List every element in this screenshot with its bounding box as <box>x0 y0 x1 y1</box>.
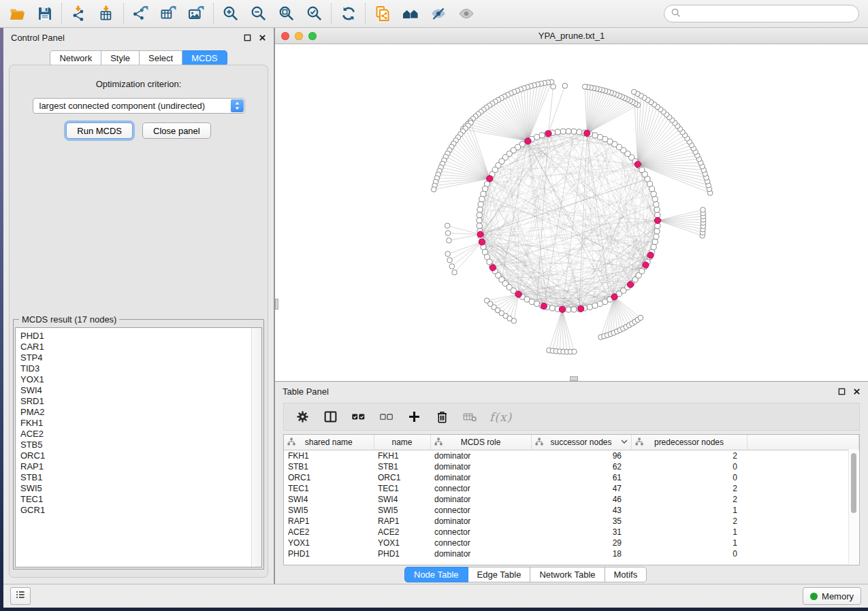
zoom-in-button[interactable] <box>216 3 244 24</box>
table-tab-node-table[interactable]: Node Table <box>404 567 468 582</box>
column-header-predecessor-nodes[interactable]: predecessor nodes <box>631 435 747 450</box>
table-row[interactable]: SWI5SWI5connector431 <box>284 505 859 516</box>
show-all-button[interactable] <box>452 3 480 24</box>
cell-mcds-role[interactable]: dominator <box>430 548 531 559</box>
cell-predecessor-nodes[interactable]: 1 <box>631 538 747 548</box>
cell-predecessor-nodes[interactable]: 1 <box>631 527 747 538</box>
mcds-result-item[interactable]: STP4 <box>16 352 251 363</box>
table-tab-network-table[interactable]: Network Table <box>530 567 605 582</box>
table-row[interactable]: ORC1ORC1dominator610 <box>284 472 859 483</box>
cell-successor-nodes[interactable]: 31 <box>531 527 631 538</box>
cell-name[interactable]: YOX1 <box>374 538 430 548</box>
open-session-button[interactable] <box>3 3 31 24</box>
first-neighbors-button[interactable] <box>396 3 424 24</box>
float-table-panel-icon[interactable] <box>838 388 846 395</box>
table-row[interactable]: ACE2ACE2connector311 <box>284 527 859 538</box>
delete-table-icon[interactable] <box>462 409 478 425</box>
memory-button[interactable]: Memory <box>803 587 861 605</box>
cell-predecessor-nodes[interactable]: 2 <box>631 450 747 462</box>
import-network-button[interactable] <box>65 3 93 24</box>
mcds-result-item[interactable]: GCR1 <box>16 505 251 516</box>
cell-shared-name[interactable]: RAP1 <box>284 516 374 527</box>
cell-mcds-role[interactable]: dominator <box>430 450 531 462</box>
cell-mcds-role[interactable]: connector <box>430 527 531 538</box>
zoom-fit-button[interactable] <box>272 3 300 24</box>
zoom-out-button[interactable] <box>244 3 272 24</box>
table-row[interactable]: RAP1RAP1dominator352 <box>284 516 859 527</box>
mcds-result-item[interactable]: FKH1 <box>16 418 251 429</box>
table-row[interactable]: FKH1FKH1dominator962 <box>284 450 859 462</box>
cell-mcds-role[interactable]: connector <box>430 538 531 548</box>
table-row[interactable]: YOX1YOX1connector291 <box>284 538 859 548</box>
table-row[interactable]: SWI4SWI4dominator462 <box>284 494 859 505</box>
column-header-successor-nodes[interactable]: successor nodes <box>531 435 631 450</box>
cell-successor-nodes[interactable]: 29 <box>531 538 631 548</box>
cell-successor-nodes[interactable]: 35 <box>531 516 631 527</box>
cell-name[interactable]: SWI5 <box>374 505 430 516</box>
table-row[interactable]: PHD1PHD1dominator180 <box>284 548 859 559</box>
cell-mcds-role[interactable]: dominator <box>430 494 531 505</box>
network-window-titlebar[interactable]: YPA_prune.txt_1 <box>275 28 868 44</box>
cell-predecessor-nodes[interactable]: 0 <box>631 461 747 472</box>
vertical-splitter-handle[interactable] <box>275 299 278 310</box>
mcds-result-item[interactable]: SWI4 <box>16 385 251 396</box>
table-scrollbar[interactable] <box>848 449 858 564</box>
horizontal-splitter-handle[interactable] <box>570 376 578 381</box>
close-panel-button[interactable]: Close panel <box>142 122 211 139</box>
close-panel-icon[interactable] <box>259 34 266 42</box>
tab-select[interactable]: Select <box>140 50 182 66</box>
cell-predecessor-nodes[interactable]: 0 <box>631 548 747 559</box>
minimize-window-icon[interactable] <box>295 32 303 40</box>
cell-name[interactable]: ACE2 <box>374 527 430 538</box>
export-network-button[interactable] <box>127 3 155 24</box>
cell-name[interactable]: ORC1 <box>374 472 430 483</box>
search-box[interactable] <box>664 5 859 22</box>
apply-layout-button[interactable] <box>334 3 362 24</box>
cell-name[interactable]: RAP1 <box>374 516 430 527</box>
cell-successor-nodes[interactable]: 46 <box>531 494 631 505</box>
cell-mcds-role[interactable]: connector <box>430 505 531 516</box>
column-header-mcds-role[interactable]: MCDS role <box>430 435 531 450</box>
cell-successor-nodes[interactable]: 61 <box>531 472 631 483</box>
float-panel-icon[interactable] <box>244 34 251 42</box>
add-row-icon[interactable] <box>406 409 422 425</box>
mcds-result-item[interactable]: STB1 <box>16 472 251 483</box>
close-window-icon[interactable] <box>281 32 289 40</box>
cell-successor-nodes[interactable]: 62 <box>531 461 631 472</box>
mcds-result-item[interactable]: ACE2 <box>16 429 251 440</box>
cell-mcds-role[interactable]: dominator <box>430 516 531 527</box>
cell-predecessor-nodes[interactable]: 2 <box>631 516 747 527</box>
run-mcds-button[interactable]: Run MCDS <box>66 122 133 139</box>
mcds-result-item[interactable]: YOX1 <box>16 374 251 385</box>
cell-shared-name[interactable]: PHD1 <box>284 548 374 559</box>
cell-name[interactable]: SWI4 <box>374 494 430 505</box>
mcds-result-item[interactable]: SRD1 <box>16 396 251 407</box>
cell-predecessor-nodes[interactable]: 1 <box>631 505 747 516</box>
table-row[interactable]: TEC1TEC1connector472 <box>284 483 859 494</box>
cell-shared-name[interactable]: STB1 <box>284 461 374 472</box>
tab-style[interactable]: Style <box>101 50 140 66</box>
table-row[interactable]: STB1STB1dominator620 <box>284 461 859 472</box>
mcds-result-item[interactable]: TID3 <box>16 363 251 374</box>
zoom-selected-button[interactable] <box>300 3 328 24</box>
mcds-result-item[interactable]: PMA2 <box>16 407 251 418</box>
optimization-criterion-select[interactable]: largest connected component (undirected) <box>33 98 245 114</box>
cell-successor-nodes[interactable]: 96 <box>531 450 631 462</box>
import-table-button[interactable] <box>93 3 120 24</box>
cell-predecessor-nodes[interactable]: 2 <box>631 494 747 505</box>
tab-network[interactable]: Network <box>50 50 101 66</box>
cell-successor-nodes[interactable]: 47 <box>531 483 631 494</box>
cell-shared-name[interactable]: ORC1 <box>284 472 374 483</box>
network-canvas[interactable] <box>275 44 868 381</box>
export-image-button[interactable] <box>182 3 210 24</box>
cell-predecessor-nodes[interactable]: 2 <box>631 483 747 494</box>
cell-mcds-role[interactable]: connector <box>430 483 531 494</box>
save-session-button[interactable] <box>31 3 59 24</box>
mcds-result-item[interactable]: PHD1 <box>16 331 251 342</box>
duplicate-network-button[interactable] <box>368 3 396 24</box>
cell-predecessor-nodes[interactable]: 0 <box>631 472 747 483</box>
cell-mcds-role[interactable]: dominator <box>430 472 531 483</box>
columns-icon[interactable] <box>322 409 338 425</box>
hide-selected-button[interactable] <box>424 3 452 24</box>
export-table-button[interactable] <box>155 3 182 24</box>
